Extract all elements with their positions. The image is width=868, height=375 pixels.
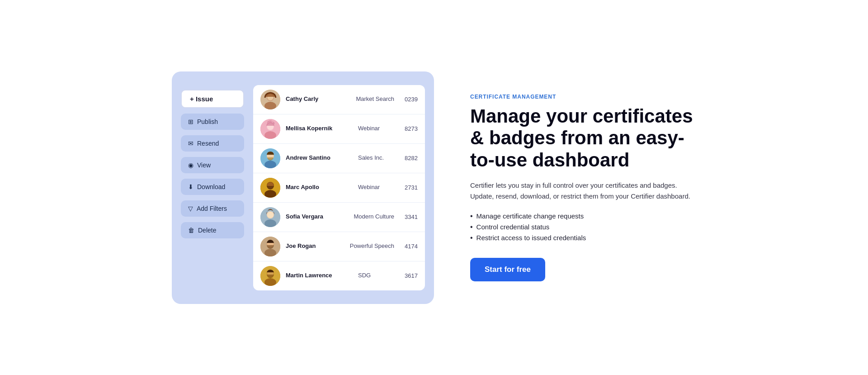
description: Certifier lets you stay in full control … — [470, 180, 696, 202]
delete-label: Delete — [198, 227, 216, 234]
course-name: Webinar — [358, 125, 394, 133]
table-row: Cathy Carly Market Search 0239 — [253, 85, 425, 114]
bullet-item: Manage certificate change requests — [470, 211, 696, 222]
publish-icon: ⊞ — [188, 118, 193, 125]
download-button[interactable]: ⬇ Download — [181, 179, 244, 195]
svg-point-19 — [267, 212, 274, 218]
add-filters-label: Add Filters — [197, 205, 227, 212]
course-name: SDG — [358, 272, 394, 280]
table-row: Andrew Santino Sales Inc. 8282 — [253, 144, 425, 173]
issue-button[interactable]: + Issue — [181, 90, 244, 108]
certificate-table: Cathy Carly Market Search 0239 — [253, 85, 425, 290]
table-row: Mellisa Kopernik Webinar 8273 — [253, 114, 425, 144]
course-name: Sales Inc. — [358, 154, 394, 162]
table-row: Joe Rogan Powerful Speech 4174 — [253, 232, 425, 261]
add-filters-button[interactable]: ▽ Add Filters — [181, 200, 244, 217]
view-icon: ◉ — [188, 161, 193, 169]
course-name: Powerful Speech — [350, 242, 394, 250]
person-info: Marc Apollo — [286, 184, 353, 191]
table-row: Martin Lawrence SDG 3617 — [253, 261, 425, 290]
person-name: Andrew Santino — [286, 154, 353, 162]
main-heading: Manage your certificates & badges from a… — [470, 105, 696, 171]
left-panel: + Issue ⊞ Publish ✉ Resend ◉ View ⬇ Down… — [172, 71, 434, 304]
cert-number: 3617 — [400, 272, 418, 279]
bullet-text: Restrict access to issued credentials — [476, 234, 586, 242]
cert-number: 0239 — [400, 96, 418, 103]
table-row: Marc Apollo Webinar 2731 — [253, 173, 425, 203]
avatar — [260, 178, 280, 198]
person-name: Mellisa Kopernik — [286, 125, 353, 133]
person-info: Cathy Carly — [286, 95, 350, 103]
start-label: Start for free — [485, 265, 531, 274]
avatar — [260, 148, 280, 168]
avatar — [260, 237, 280, 256]
section-label: CERTIFICATE MANAGEMENT — [470, 94, 696, 100]
person-name: Martin Lawrence — [286, 272, 353, 280]
cert-number: 8282 — [400, 155, 418, 161]
resend-icon: ✉ — [188, 140, 193, 147]
person-name: Cathy Carly — [286, 95, 350, 103]
table-row: Sofia Vergara Modern Culture 3341 — [253, 203, 425, 232]
delete-icon: 🗑 — [188, 227, 194, 234]
avatar — [260, 119, 280, 139]
view-button[interactable]: ◉ View — [181, 157, 244, 173]
person-info: Sofia Vergara — [286, 213, 348, 221]
publish-button[interactable]: ⊞ Publish — [181, 114, 244, 130]
cert-number: 4174 — [400, 243, 418, 250]
course-name: Webinar — [358, 184, 394, 191]
cert-number: 3341 — [400, 214, 418, 220]
publish-label: Publish — [197, 118, 218, 125]
avatar — [260, 266, 280, 286]
right-panel: CERTIFICATE MANAGEMENT Manage your certi… — [470, 94, 696, 281]
person-name: Marc Apollo — [286, 184, 353, 191]
cert-number: 2731 — [400, 184, 418, 191]
bullet-item: Control credential status — [470, 222, 696, 233]
download-icon: ⬇ — [188, 183, 193, 190]
person-name: Joe Rogan — [286, 242, 344, 250]
person-info: Martin Lawrence — [286, 272, 353, 280]
page-wrapper: + Issue ⊞ Publish ✉ Resend ◉ View ⬇ Down… — [140, 53, 728, 322]
cert-number: 8273 — [400, 125, 418, 132]
course-name: Modern Culture — [354, 213, 394, 221]
filter-icon: ▽ — [188, 205, 193, 212]
bullet-list: Manage certificate change requests Contr… — [470, 211, 696, 243]
person-info: Mellisa Kopernik — [286, 125, 353, 133]
bullet-item: Restrict access to issued credentials — [470, 233, 696, 243]
person-info: Joe Rogan — [286, 242, 344, 250]
delete-button[interactable]: 🗑 Delete — [181, 222, 244, 238]
view-label: View — [197, 161, 211, 169]
avatar — [260, 207, 280, 227]
person-name: Sofia Vergara — [286, 213, 348, 221]
issue-label: + Issue — [190, 95, 213, 103]
action-sidebar: + Issue ⊞ Publish ✉ Resend ◉ View ⬇ Down… — [181, 85, 253, 290]
course-name: Market Search — [356, 95, 394, 103]
download-label: Download — [197, 183, 225, 190]
person-info: Andrew Santino — [286, 154, 353, 162]
avatar — [260, 90, 280, 109]
resend-button[interactable]: ✉ Resend — [181, 135, 244, 152]
resend-label: Resend — [197, 140, 219, 147]
bullet-text: Control credential status — [476, 223, 550, 231]
start-for-free-button[interactable]: Start for free — [470, 258, 545, 281]
bullet-text: Manage certificate change requests — [476, 212, 584, 220]
